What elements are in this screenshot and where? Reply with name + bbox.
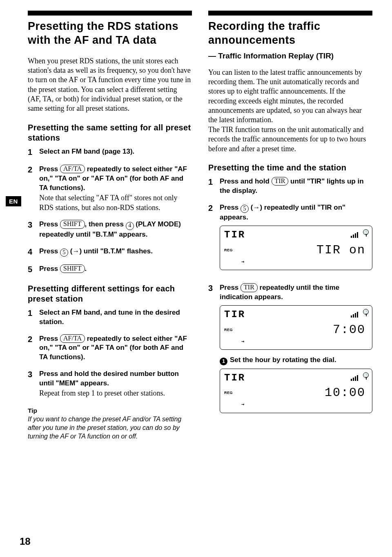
- left-heading: Presetting the RDS stations with the AF …: [28, 20, 192, 47]
- bullet-1-icon: 1: [220, 358, 227, 365]
- right-intro-2: The TIR function turns on the unit autom…: [208, 125, 372, 154]
- step-number: 3: [208, 283, 216, 418]
- step-text: Select an FM band (page 13).: [39, 147, 192, 157]
- right-heading: Recording the traffic announcements: [208, 20, 372, 47]
- lcd-reg: REG: [224, 248, 233, 253]
- left-intro: When you preset RDS stations, the unit s…: [28, 56, 192, 114]
- step-number: 1: [28, 147, 35, 157]
- step: 5Press SHIFT.: [28, 264, 192, 275]
- step: 2 Press 5 (→) repeatedly until "TIR on" …: [208, 203, 372, 276]
- step-text: Press and hold the desired number button…: [39, 369, 192, 398]
- step: 4Press 5 (→) until "B.T.M" flashes.: [28, 247, 192, 257]
- tip-body: If you want to change the preset AF and/…: [28, 415, 192, 441]
- arrow-icon: →: [224, 338, 368, 346]
- step-text: Press and hold TIR until "TIR" lights up…: [220, 177, 372, 196]
- step: 2Press AF/TA repeatedly to select either…: [28, 334, 192, 362]
- left-sec1-steps: 1Select an FM band (page 13).2Press AF/T…: [28, 147, 192, 275]
- step: 3 Press TIR repeatedly until the time in…: [208, 283, 372, 418]
- page-number: 18: [20, 536, 31, 547]
- lcd-display: 🕑 TIR Y REG 7:00 →: [220, 305, 372, 350]
- lcd-display: 🕑 TIR Y REG 10:00 →: [220, 369, 372, 413]
- step-text: Press 5 (→) until "B.T.M" flashes.: [39, 247, 192, 257]
- signal-icon: [351, 375, 360, 381]
- lcd-reg: REG: [224, 390, 233, 395]
- right-intro-1: You can listen to the latest traffic ann…: [208, 68, 372, 125]
- lcd-main-text: 10:00: [325, 385, 365, 401]
- lcd-reg: REG: [224, 327, 233, 332]
- signal-icon: [351, 312, 360, 318]
- sub-instruction: 1Set the hour by rotating the dial.: [220, 356, 372, 365]
- step: 3Press and hold the desired number butto…: [28, 369, 192, 398]
- left-sec2-heading: Presetting different settings for each p…: [28, 284, 192, 304]
- step-number: 1: [28, 308, 35, 327]
- step-number: 5: [28, 264, 35, 275]
- tip-heading: Tip: [28, 407, 192, 414]
- clock-icon: 🕑: [363, 372, 369, 378]
- step: 1Select an FM band (page 13).: [28, 147, 192, 157]
- step-text: Press AF/TA repeatedly to select either …: [39, 165, 192, 213]
- step-text: Press AF/TA repeatedly to select either …: [39, 334, 192, 362]
- clock-icon: 🕑: [363, 229, 369, 235]
- step-text: Press 5 (→) repeatedly until "TIR on" ap…: [220, 203, 372, 276]
- clock-icon: 🕑: [363, 309, 369, 315]
- step: 3Press SHIFT, then press 4 (PLAY MODE) r…: [28, 220, 192, 239]
- step-text: Press SHIFT.: [39, 264, 192, 275]
- lcd-main-text: 7:00: [333, 322, 365, 338]
- step: 1Select an FM band, and tune in the desi…: [28, 308, 192, 327]
- lcd-mode: TIR: [224, 228, 245, 242]
- lcd-main-text: TIR on: [316, 242, 365, 259]
- step: 2Press AF/TA repeatedly to select either…: [28, 165, 192, 213]
- right-subheading: — Traffic Information Replay (TIR): [208, 51, 372, 60]
- step-number: 1: [208, 177, 216, 196]
- step-number: 2: [28, 334, 35, 362]
- step-number: 2: [208, 203, 216, 276]
- step-number: 3: [28, 220, 35, 239]
- step-number: 4: [28, 247, 35, 257]
- step-text: Press TIR repeatedly until the time indi…: [220, 283, 372, 418]
- lcd-mode: TIR: [224, 371, 245, 385]
- left-sec2-steps: 1Select an FM band, and tune in the desi…: [28, 308, 192, 398]
- left-sec1-heading: Presetting the same setting for all pres…: [28, 123, 192, 143]
- language-tab: EN: [6, 196, 21, 206]
- step-text: Select an FM band, and tune in the desir…: [39, 308, 192, 327]
- lcd-mode: TIR: [224, 308, 245, 321]
- right-sec1-heading: Presetting the time and the station: [208, 163, 372, 173]
- step-number: 3: [28, 369, 35, 398]
- arrow-icon: →: [224, 401, 368, 409]
- step-number: 2: [28, 165, 35, 213]
- signal-icon: [351, 232, 360, 238]
- step-text: Press SHIFT, then press 4 (PLAY MODE) re…: [39, 220, 192, 239]
- lcd-display: 🕑 TIR Y REG TIR on →: [220, 226, 372, 270]
- step: 1 Press and hold TIR until "TIR" lights …: [208, 177, 372, 196]
- arrow-icon: →: [224, 258, 368, 266]
